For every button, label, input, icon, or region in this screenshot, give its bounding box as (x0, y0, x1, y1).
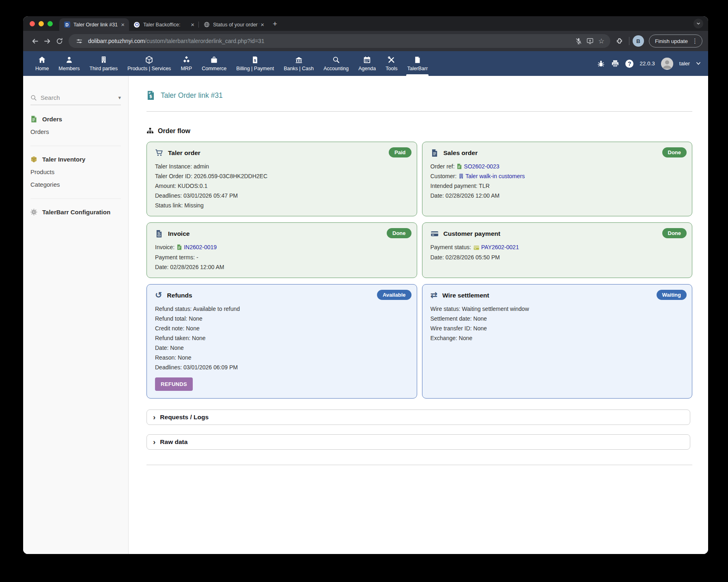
accordion-sections: ›Requests / Logs›Raw data (146, 410, 708, 450)
taler-favicon-icon (134, 22, 140, 28)
sidebar-link-products[interactable]: Products (30, 168, 121, 175)
chevron-down-icon[interactable] (696, 62, 701, 65)
gear-icon (30, 209, 37, 216)
card-line: Date: 02/28/2026 12:00 AM (155, 264, 409, 270)
line-text: Reason: None (155, 354, 192, 361)
page-title-row: $ Taler Order link #31 (146, 91, 708, 100)
bookmark-star-icon[interactable]: ☆ (596, 35, 607, 47)
sidebar-group-taler-inventory: Taler InventoryProductsCategories (30, 146, 121, 188)
new-tab-button[interactable]: + (273, 19, 277, 28)
card-line: Date: 02/28/2026 12:00 AM (431, 192, 684, 199)
billing-icon: $ (251, 56, 259, 64)
user-menu[interactable]: taler (679, 60, 690, 67)
card-refunds: ↺RefundsAvailableRefund status: Availabl… (146, 284, 417, 399)
refunds-button[interactable]: REFUNDS (155, 377, 193, 391)
profile-avatar[interactable]: B (633, 35, 644, 47)
nav-item-label: MRP (181, 66, 192, 71)
line-link[interactable]: IN2602-0019 (184, 244, 217, 250)
site-info-icon[interactable] (74, 36, 84, 46)
svg-text:$: $ (149, 94, 152, 99)
home-icon (38, 56, 46, 64)
svg-text:$: $ (254, 58, 256, 62)
line-text: Intended payment: TLR (431, 183, 490, 189)
card-line: Wire transfer ID: None (431, 325, 684, 332)
nav-item-third-parties[interactable]: Third parties (84, 51, 122, 76)
nav-item-label: Billing | Payment (236, 66, 274, 71)
nav-item-home[interactable]: Home (30, 51, 54, 76)
box-gold-icon (30, 156, 37, 163)
card-lines: Refund status: Available to refundRefund… (155, 306, 409, 371)
order-flow-title: Order flow (158, 127, 190, 135)
reload-button[interactable] (53, 35, 65, 47)
nav-item-label: Products | Services (127, 66, 171, 71)
line-link[interactable]: PAY2602-0021 (481, 244, 519, 250)
line-text: Refund status: Available to refund (155, 306, 240, 312)
browser-tab-status-of-your-order-forsync-c[interactable]: Status of your order forSync c× (199, 18, 269, 31)
close-tab-icon[interactable]: × (190, 21, 196, 28)
nav-item-banks-cash[interactable]: Banks | Cash (279, 51, 319, 76)
sidebar-link-orders[interactable]: Orders (30, 128, 121, 135)
help-icon[interactable]: ? (625, 60, 633, 68)
print-icon[interactable] (611, 60, 619, 68)
line-text: Deadlines: 03/01/2026 05:47 PM (155, 192, 238, 199)
nav-item-accounting[interactable]: Accounting (319, 51, 353, 76)
close-tab-icon[interactable]: × (120, 21, 126, 28)
sidebar-group-title[interactable]: Taler Inventory (30, 156, 121, 163)
card-line: Credit note: None (155, 325, 409, 332)
minimize-window-button[interactable] (39, 21, 44, 26)
tab-search-button[interactable] (694, 19, 703, 28)
card-title: Invoice (168, 230, 190, 237)
forward-button[interactable] (41, 35, 53, 47)
products-icon (145, 56, 153, 64)
close-window-button[interactable] (30, 21, 35, 26)
address-bar[interactable]: dolibarr.potuzhnyi.com/custom/talerbarr/… (69, 34, 610, 48)
globe-favicon-icon (203, 22, 210, 28)
line-link[interactable]: Taler walk-in customers (465, 173, 525, 179)
card-line: Status link: Missing (155, 202, 409, 209)
maximize-window-button[interactable] (47, 21, 53, 26)
close-tab-icon[interactable]: × (259, 21, 265, 28)
search-input[interactable] (41, 94, 114, 101)
sidebar-link-categories[interactable]: Categories (30, 181, 121, 188)
browser-tab-taler-backoffice[interactable]: Taler Backoffice:× (129, 18, 199, 31)
finish-update-button[interactable]: Finish update ⋮ (649, 34, 702, 47)
card-title: Sales order (444, 149, 478, 157)
card-title: Wire settlement (442, 292, 489, 299)
accordion-requests-logs[interactable]: ›Requests / Logs (146, 410, 690, 425)
browser-menu-icon[interactable]: ⋮ (692, 37, 698, 45)
line-text: Refund total: None (155, 315, 202, 322)
accordion-raw-data[interactable]: ›Raw data (146, 434, 690, 450)
card-lines: Invoice: IN2602-0019Payment terms: -Date… (155, 244, 409, 270)
card-yellow-sm-icon (474, 246, 479, 250)
extensions-icon[interactable] (614, 35, 626, 47)
bottom-divider (146, 465, 692, 465)
nav-item-label: Commerce (202, 66, 226, 71)
url-path: /custom/talerbarr/talerorderlink_card.ph… (145, 38, 265, 44)
user-avatar[interactable] (661, 58, 673, 70)
refund-icon: ↺ (155, 291, 162, 300)
card-taler-order: Taler orderPaidTaler Instance: adminTale… (146, 142, 417, 216)
mic-off-icon[interactable] (573, 35, 584, 47)
nav-item-members[interactable]: Members (54, 51, 84, 76)
order-flow-cards: Taler orderPaidTaler Instance: adminTale… (146, 142, 692, 399)
nav-item-billing-payment[interactable]: $Billing | Payment (231, 51, 279, 76)
nav-item-tools[interactable]: Tools (381, 51, 402, 76)
nav-item-products-services[interactable]: Products | Services (123, 51, 176, 76)
search-dropdown-icon[interactable]: ▾ (118, 95, 121, 101)
install-icon[interactable] (584, 35, 596, 47)
card-title: Refunds (167, 292, 192, 299)
nav-item-agenda[interactable]: Agenda (353, 51, 381, 76)
sidebar-group-talerbarr-configuration: TalerBarr Configuration (30, 198, 121, 216)
tab-strip: DTaler Order link #31×Taler Backoffice:×… (23, 16, 708, 31)
taler-order-doc-icon: $ (146, 91, 155, 100)
bug-report-icon[interactable] (597, 60, 605, 68)
nav-item-commerce[interactable]: Commerce (197, 51, 231, 76)
nav-item-talerbarr[interactable]: TalerBarr (402, 51, 433, 76)
browser-tab-taler-order-link-31[interactable]: DTaler Order link #31× (59, 18, 129, 31)
nav-item-mrp[interactable]: MRP (176, 51, 197, 76)
line-text: Refund taken: None (155, 335, 206, 341)
line-link[interactable]: SO2602-0023 (464, 163, 499, 170)
back-button[interactable] (29, 35, 41, 47)
sidebar-group-title[interactable]: TalerBarr Configuration (30, 209, 121, 216)
sidebar-group-title[interactable]: Orders (30, 116, 121, 123)
